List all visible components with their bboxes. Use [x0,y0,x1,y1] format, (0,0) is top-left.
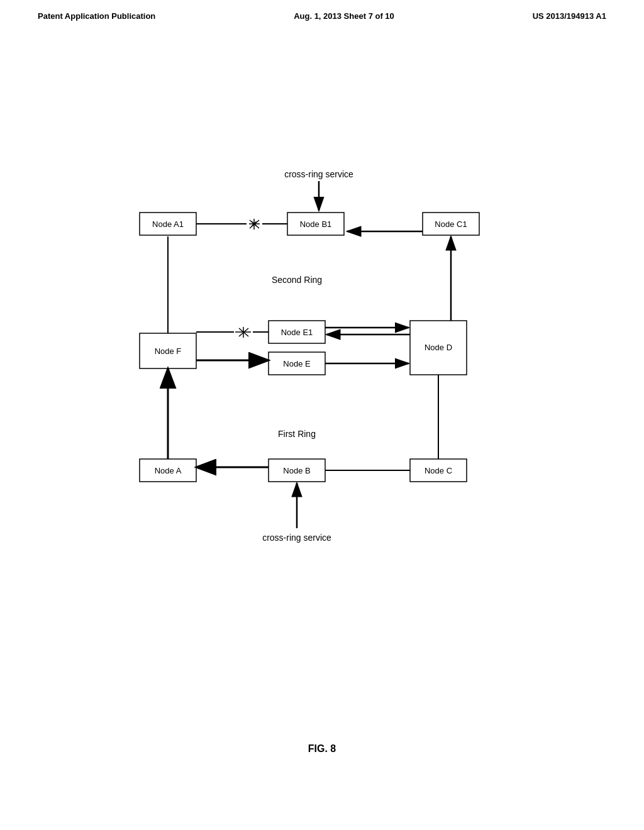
node-e-label: Node E [283,359,311,368]
header-patent-number: US 2013/194913 A1 [533,11,606,21]
figure-label: FIG. 8 [308,743,336,755]
node-c-label: Node C [425,466,452,475]
node-a1-label: Node A1 [152,219,184,229]
header-sheet-info: Aug. 1, 2013 Sheet 7 of 10 [294,11,394,21]
node-e1-label: Node E1 [281,328,313,337]
label-first-ring: First Ring [278,429,316,439]
node-f-label: Node F [155,346,182,356]
label-cross-ring-bottom: cross-ring service [262,533,331,543]
node-d-label: Node D [425,343,452,352]
node-b-label: Node B [283,466,310,475]
page-header: Patent Application Publication Aug. 1, 2… [0,0,644,21]
label-cross-ring-top: cross-ring service [284,169,353,179]
header-publication: Patent Application Publication [38,11,155,21]
network-diagram: cross-ring service Node A1 Node B1 Node … [102,101,542,667]
diagram-container: cross-ring service Node A1 Node B1 Node … [102,101,542,667]
node-b1-label: Node B1 [300,219,332,229]
node-c1-label: Node C1 [435,219,467,229]
label-second-ring: Second Ring [272,275,322,285]
node-a-label: Node A [155,466,182,475]
